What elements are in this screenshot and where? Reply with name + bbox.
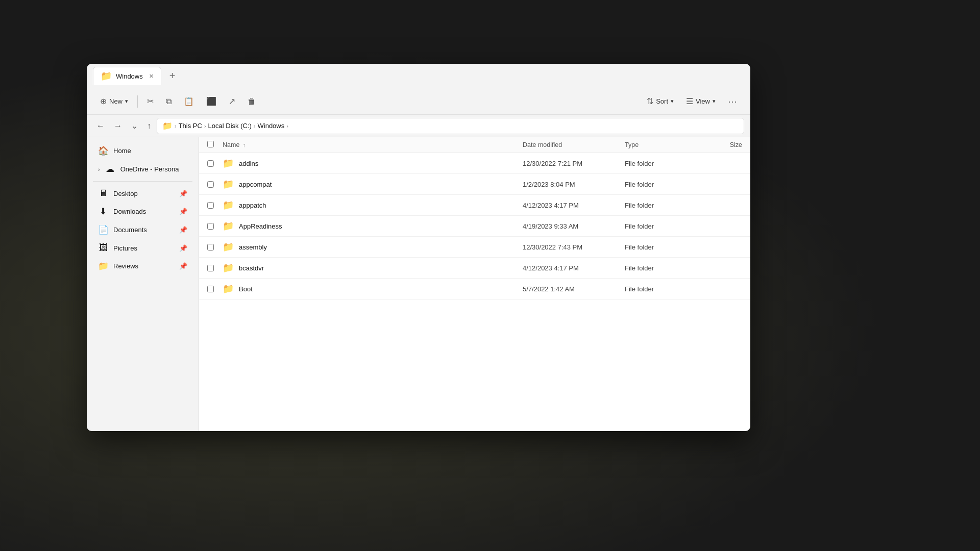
col-header-name[interactable]: Name ↑ [223,141,523,148]
row-select-checkbox-4[interactable] [207,244,214,251]
documents-pin-icon: 📌 [179,226,187,234]
sidebar-item-desktop[interactable]: 🖥 Desktop 📌 [90,185,195,202]
more-options-button[interactable]: ⋯ [723,93,742,110]
file-type-4: File folder [625,243,701,251]
file-explorer-window: 📁 Windows ✕ + ⊕ New ▾ ✂ ⧉ 📋 [87,64,750,431]
file-date-6: 5/7/2022 1:42 AM [523,285,625,293]
copy-icon: ⧉ [166,97,172,106]
breadcrumb[interactable]: 📁 › This PC › Local Disk (C:) › Windows … [157,118,744,134]
breadcrumb-this-pc[interactable]: This PC [179,122,202,130]
downloads-pin-icon: 📌 [179,208,187,215]
reviews-pin-icon: 📌 [179,262,187,270]
table-row[interactable]: 📁 addins 12/30/2022 7:21 PM File folder [199,153,750,174]
sidebar-item-pictures[interactable]: 🖼 Pictures 📌 [90,239,195,257]
header-checkbox[interactable] [207,140,223,149]
documents-icon: 📄 [98,224,108,235]
copy-button[interactable]: ⧉ [161,94,177,109]
col-date-label: Date modified [523,141,562,148]
col-header-type[interactable]: Type [625,141,701,148]
row-select-checkbox-1[interactable] [207,181,214,188]
sidebar-item-label-downloads: Downloads [113,208,146,215]
sidebar-item-home[interactable]: 🏠 Home [90,142,195,160]
table-row[interactable]: 📁 appcompat 1/2/2023 8:04 PM File folder [199,174,750,195]
file-name-3: AppReadiness [239,222,282,230]
tab-title: Windows [116,72,143,80]
folder-icon-0: 📁 [223,158,234,169]
new-button[interactable]: ⊕ New ▾ [95,93,133,109]
table-row[interactable]: 📁 bcastdvr 4/12/2023 4:17 PM File folder [199,258,750,279]
file-name-4: assembly [239,243,267,251]
paste-button[interactable]: 📋 [179,93,199,109]
rename-button[interactable]: ⬛ [201,93,222,109]
breadcrumb-local-disk[interactable]: Local Disk (C:) [208,122,252,130]
sidebar-item-documents[interactable]: 📄 Documents 📌 [90,221,195,239]
desktop-pin-icon: 📌 [179,190,187,197]
folder-icon-3: 📁 [223,220,234,232]
row-checkbox-2[interactable] [207,202,223,209]
sidebar-item-label-documents: Documents [113,226,147,234]
window-tab[interactable]: 📁 Windows ✕ [93,67,161,85]
row-checkbox-6[interactable] [207,286,223,292]
row-checkbox-3[interactable] [207,223,223,230]
breadcrumb-windows[interactable]: Windows [258,122,285,130]
forward-button[interactable]: → [110,119,126,133]
table-row[interactable]: 📁 apppatch 4/12/2023 4:17 PM File folder [199,195,750,216]
row-select-checkbox-0[interactable] [207,160,214,167]
breadcrumb-sep-3: › [286,123,288,129]
title-bar: 📁 Windows ✕ + [87,64,750,88]
file-name-2: apppatch [239,202,266,209]
file-name-6: Boot [239,285,253,293]
file-date-0: 12/30/2022 7:21 PM [523,160,625,167]
history-button[interactable]: ⌄ [128,118,141,133]
sidebar-item-label-reviews: Reviews [113,262,138,270]
col-size-label: Size [730,141,742,148]
row-checkbox-4[interactable] [207,244,223,251]
row-checkbox-5[interactable] [207,265,223,271]
sort-button[interactable]: ⇅ Sort ▾ [642,93,679,109]
sidebar-item-downloads[interactable]: ⬇ Downloads 📌 [90,203,195,220]
folder-icon-6: 📁 [223,283,234,294]
share-icon: ↗ [229,96,235,106]
desktop-icon: 🖥 [98,188,108,198]
up-button[interactable]: ↑ [143,119,155,133]
file-name-1: appcompat [239,181,272,188]
sidebar-item-reviews[interactable]: 📁 Reviews 📌 [90,257,195,275]
col-type-label: Type [625,141,639,148]
breadcrumb-sep-2: › [254,123,256,129]
col-header-size[interactable]: Size [701,141,742,148]
row-select-checkbox-2[interactable] [207,202,214,209]
cut-icon: ✂ [147,96,154,106]
table-row[interactable]: 📁 AppReadiness 4/19/2023 9:33 AM File fo… [199,216,750,237]
home-icon: 🏠 [98,145,108,156]
sidebar-item-onedrive[interactable]: › ☁ OneDrive - Persona [90,160,195,178]
delete-icon: 🗑 [248,97,256,106]
folder-icon-4: 📁 [223,241,234,253]
row-checkbox-1[interactable] [207,181,223,188]
folder-icon-1: 📁 [223,179,234,190]
downloads-icon: ⬇ [98,206,108,217]
view-button[interactable]: ☰ View ▾ [681,93,721,109]
sidebar-item-label-home: Home [113,147,131,155]
row-checkbox-0[interactable] [207,160,223,167]
row-select-checkbox-3[interactable] [207,223,214,230]
col-header-date[interactable]: Date modified [523,141,625,148]
sidebar-item-label-pictures: Pictures [113,244,137,252]
view-chevron-icon: ▾ [713,98,716,105]
sort-chevron-icon: ▾ [671,98,674,105]
table-row[interactable]: 📁 Boot 5/7/2022 1:42 AM File folder [199,279,750,299]
new-tab-button[interactable]: + [165,68,180,84]
file-date-5: 4/12/2023 4:17 PM [523,264,625,272]
row-select-checkbox-6[interactable] [207,286,214,292]
cut-button[interactable]: ✂ [142,93,159,109]
tab-close-button[interactable]: ✕ [149,73,154,80]
delete-button[interactable]: 🗑 [242,94,261,109]
back-button[interactable]: ← [93,119,108,133]
select-all-checkbox[interactable] [207,141,214,147]
share-button[interactable]: ↗ [224,93,240,109]
row-select-checkbox-5[interactable] [207,265,214,271]
new-chevron-icon: ▾ [125,98,128,105]
tab-folder-icon: 📁 [101,70,112,82]
file-date-2: 4/12/2023 4:17 PM [523,202,625,209]
table-row[interactable]: 📁 assembly 12/30/2022 7:43 PM File folde… [199,237,750,258]
folder-icon-2: 📁 [223,199,234,211]
